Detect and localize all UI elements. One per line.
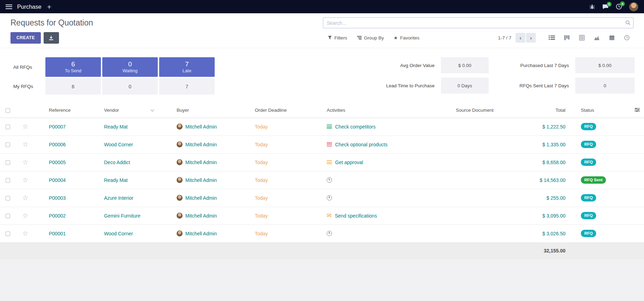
favorite-star-icon[interactable]: ☆: [22, 159, 28, 166]
reference-link[interactable]: P00002: [49, 213, 66, 219]
row-checkbox[interactable]: [6, 125, 10, 129]
activity-checklist-icon[interactable]: [327, 160, 332, 164]
vendor-link[interactable]: Ready Mat: [104, 177, 128, 183]
pager-next-button[interactable]: ›: [526, 33, 536, 43]
table-row[interactable]: ☆ P00003 Azure Interior Mitchell Admin T…: [0, 189, 644, 207]
table-row[interactable]: ☆ P00001 Wood Corner Mitchell Admin Toda…: [0, 225, 644, 242]
messages-icon[interactable]: 5: [602, 4, 609, 10]
favorite-star-icon[interactable]: ☆: [22, 230, 28, 237]
my-to-send-card[interactable]: 6: [45, 78, 101, 95]
optional-columns-button[interactable]: [630, 103, 644, 118]
pivot-view-button[interactable]: [575, 32, 589, 43]
buyer-name[interactable]: Mitchell Admin: [185, 142, 217, 147]
page-title: Requests for Quotation: [10, 18, 93, 28]
favorite-star-icon[interactable]: ☆: [22, 176, 28, 184]
vendor-link[interactable]: Wood Corner: [104, 142, 133, 147]
select-all-checkbox[interactable]: [6, 108, 10, 113]
activity-view-button[interactable]: [620, 32, 634, 43]
favorite-star-icon[interactable]: ☆: [22, 123, 28, 130]
pager-previous-button[interactable]: ‹: [516, 33, 525, 43]
reference-link[interactable]: P00001: [49, 231, 66, 236]
column-header-total[interactable]: Total: [529, 103, 578, 118]
late-card[interactable]: 7 Late: [159, 57, 215, 77]
column-header-order-deadline[interactable]: Order Deadline: [241, 103, 313, 118]
favorite-star-icon[interactable]: ☆: [22, 212, 28, 219]
column-header-buyer[interactable]: Buyer: [163, 103, 241, 118]
status-badge: RFQ: [581, 212, 596, 219]
topbar: Purchase + 5 4: [0, 0, 644, 13]
buyer-name[interactable]: Mitchell Admin: [185, 195, 217, 201]
activity-clock-icon[interactable]: [327, 177, 332, 183]
kanban-view-button[interactable]: [560, 32, 573, 43]
reference-link[interactable]: P00007: [49, 124, 66, 130]
waiting-card[interactable]: 0 Waiting: [102, 57, 158, 77]
column-header-status[interactable]: Status: [578, 103, 630, 118]
graph-view-button[interactable]: [590, 32, 604, 43]
new-tab-plus-icon[interactable]: +: [47, 3, 51, 10]
table-row[interactable]: ☆ P00002 Gemini Furniture Mitchell Admin…: [0, 207, 644, 225]
search-input[interactable]: [323, 17, 634, 28]
buyer-name[interactable]: Mitchell Admin: [185, 160, 217, 165]
table-row[interactable]: ☆ P00006 Wood Corner Mitchell Admin Toda…: [0, 135, 644, 153]
column-header-vendor[interactable]: Vendor: [90, 103, 163, 118]
favorite-star-icon[interactable]: ☆: [22, 194, 28, 201]
apps-menu-icon[interactable]: [6, 5, 12, 9]
vendor-link[interactable]: Azure Interior: [104, 195, 133, 201]
calendar-view-button[interactable]: [605, 32, 619, 43]
to-send-card[interactable]: 6 To Send: [45, 57, 101, 77]
activity-label[interactable]: Check optional products: [335, 142, 387, 147]
page-background: [0, 259, 644, 301]
reference-link[interactable]: P00005: [49, 160, 66, 165]
favorite-star-icon[interactable]: ☆: [22, 141, 28, 148]
user-avatar[interactable]: [629, 2, 638, 12]
row-checkbox[interactable]: [6, 214, 10, 218]
buyer-name[interactable]: Mitchell Admin: [185, 213, 217, 219]
reference-link[interactable]: P00006: [49, 142, 66, 147]
favorites-button[interactable]: ★ Favorites: [394, 35, 420, 41]
activity-checklist-icon[interactable]: [327, 125, 332, 129]
activity-clock-icon[interactable]: [327, 195, 332, 200]
reference-link[interactable]: P00004: [49, 177, 66, 183]
my-late-card[interactable]: 7: [159, 78, 215, 95]
row-checkbox[interactable]: [6, 178, 10, 183]
dashboard-stats: Avg Order Value $ 0.00 Purchased Last 7 …: [361, 57, 635, 95]
filters-button[interactable]: Filters: [328, 35, 347, 41]
row-checkbox[interactable]: [6, 232, 10, 236]
search-icon[interactable]: [625, 20, 631, 27]
source-document: [442, 225, 529, 242]
late-label: Late: [183, 68, 191, 73]
column-header-activities[interactable]: Activities: [313, 103, 442, 118]
vendor-link[interactable]: Deco Addict: [104, 160, 130, 165]
column-header-reference[interactable]: Reference: [35, 103, 90, 118]
favorites-star-icon: ★: [394, 36, 398, 40]
buyer-name[interactable]: Mitchell Admin: [185, 177, 217, 183]
vendor-link[interactable]: Wood Corner: [104, 231, 133, 236]
activities-clock-icon[interactable]: 4: [616, 3, 622, 10]
row-checkbox[interactable]: [6, 160, 10, 165]
table-row[interactable]: ☆ P00005 Deco Addict Mitchell Admin Toda…: [0, 153, 644, 171]
activity-label[interactable]: Get approval: [335, 160, 363, 165]
activity-checklist-icon[interactable]: [327, 142, 332, 147]
table-row[interactable]: ☆ P00004 Ready Mat Mitchell Admin Today …: [0, 171, 644, 189]
buyer-name[interactable]: Mitchell Admin: [185, 231, 217, 236]
activity-label[interactable]: Send specifications: [335, 213, 377, 219]
row-checkbox[interactable]: [6, 196, 10, 200]
status-badge: RFQ: [581, 123, 596, 130]
group-by-button[interactable]: Group By: [357, 35, 384, 41]
vendor-link[interactable]: Gemini Furniture: [104, 213, 140, 219]
export-button[interactable]: [44, 32, 59, 44]
debug-bug-icon[interactable]: [589, 4, 595, 10]
vendor-link[interactable]: Ready Mat: [104, 124, 128, 130]
list-view-button[interactable]: [545, 32, 558, 43]
reference-link[interactable]: P00003: [49, 195, 66, 201]
row-checkbox[interactable]: [6, 142, 10, 147]
activity-envelope-icon[interactable]: [327, 213, 332, 219]
activity-label[interactable]: Check competitors: [335, 124, 376, 130]
activity-clock-icon[interactable]: [327, 231, 332, 236]
app-name[interactable]: Purchase: [17, 3, 42, 10]
my-waiting-card[interactable]: 0: [102, 78, 158, 95]
column-header-source-document[interactable]: Source Document: [442, 103, 529, 118]
table-row[interactable]: ☆ P00007 Ready Mat Mitchell Admin Today …: [0, 118, 644, 135]
buyer-name[interactable]: Mitchell Admin: [185, 124, 217, 130]
create-button[interactable]: CREATE: [10, 32, 41, 44]
